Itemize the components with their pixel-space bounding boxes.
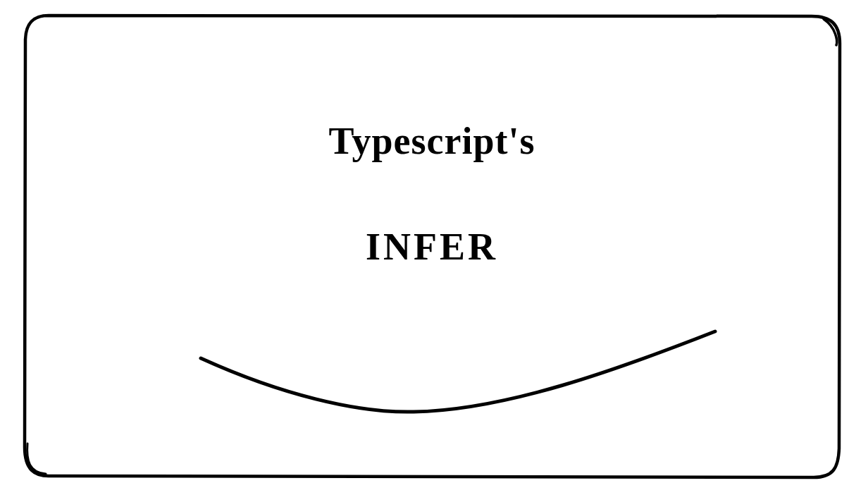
sketch-card: Typescript's INFER xyxy=(19,10,845,482)
title-line-1: Typescript's xyxy=(329,119,535,163)
title-line-2: INFER xyxy=(366,225,498,269)
